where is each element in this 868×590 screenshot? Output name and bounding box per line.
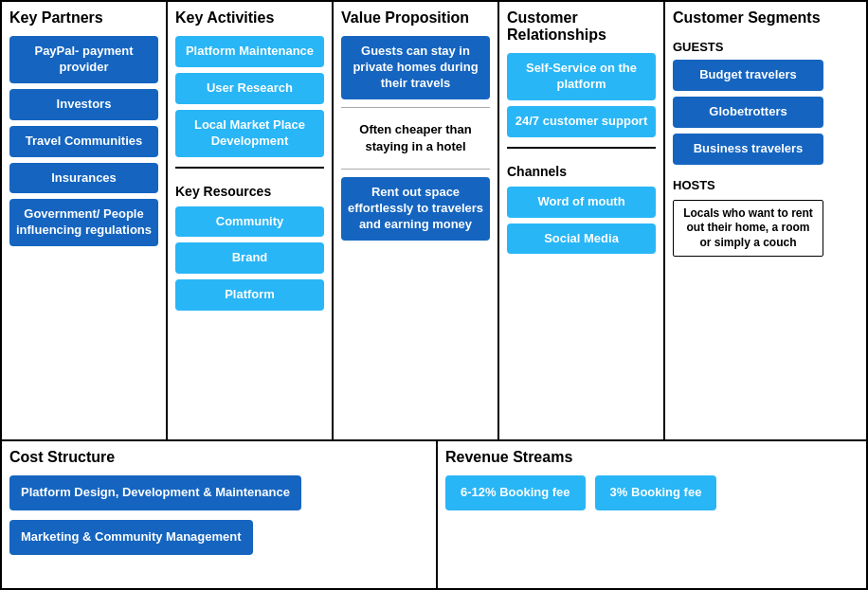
customer-relationships-header: Customer Relationships	[507, 9, 656, 44]
cost-item-0[interactable]: Platform Design, Development & Maintenan…	[9, 475, 301, 510]
key-activities-header: Key Activities	[175, 9, 324, 27]
key-activities-item-1[interactable]: User Research	[175, 73, 324, 104]
key-partners-item-0[interactable]: PayPal- payment provider	[9, 36, 158, 83]
key-partners-item-4[interactable]: Government/ People influencing regulatio…	[9, 199, 158, 246]
cost-structure-section: Cost Structure Platform Design, Developm…	[2, 441, 438, 588]
key-partners-header: Key Partners	[9, 9, 158, 27]
cost-structure-buttons: Platform Design, Development & Maintenan…	[9, 475, 428, 555]
vp-item-2[interactable]: Rent out space effortlessly to travelers…	[341, 177, 490, 241]
revenue-item-1[interactable]: 3% Booking fee	[595, 475, 717, 510]
vp-item-1: Often cheaper than staying in a hotel	[341, 116, 490, 161]
revenue-streams-section: Revenue Streams 6-12% Booking fee 3% Boo…	[438, 441, 866, 588]
value-proposition-header: Value Proposition	[341, 9, 490, 27]
key-resources-header: Key Resources	[175, 184, 324, 199]
key-activities-column: Key Activities Platform Maintenance User…	[168, 2, 334, 439]
guests-label: GUESTS	[673, 40, 823, 54]
cost-item-1[interactable]: Marketing & Community Management	[9, 520, 253, 555]
customer-segments-header: Customer Segments	[673, 9, 823, 27]
vp-divider-1	[341, 169, 490, 170]
canvas: Key Partners PayPal- payment provider In…	[0, 0, 868, 590]
key-resources-item-2[interactable]: Platform	[175, 279, 324, 311]
customer-relationships-column: Customer Relationships Self-Service on t…	[499, 2, 665, 439]
key-activities-item-0[interactable]: Platform Maintenance	[175, 36, 324, 67]
channels-item-0[interactable]: Word of mouth	[507, 187, 656, 218]
key-partners-item-3[interactable]: Insurances	[9, 163, 158, 194]
cost-structure-header: Cost Structure	[9, 449, 428, 466]
key-resources-item-1[interactable]: Brand	[175, 242, 324, 274]
top-section: Key Partners PayPal- payment provider In…	[2, 2, 866, 441]
key-partners-item-1[interactable]: Investors	[9, 89, 158, 120]
hosts-label: HOSTS	[673, 178, 823, 192]
key-activities-item-2[interactable]: Local Market Place Development	[175, 110, 324, 157]
revenue-item-0[interactable]: 6-12% Booking fee	[445, 475, 586, 510]
cr-item-1[interactable]: 24/7 customer support	[507, 106, 656, 137]
cr-divider	[507, 147, 656, 149]
revenue-streams-header: Revenue Streams	[445, 449, 859, 466]
key-resources-item-0[interactable]: Community	[175, 206, 324, 238]
cr-item-0[interactable]: Self-Service on the platform	[507, 53, 656, 100]
key-activities-divider	[175, 167, 324, 169]
value-proposition-column: Value Proposition Guests can stay in pri…	[334, 2, 499, 439]
bottom-section: Cost Structure Platform Design, Developm…	[2, 441, 866, 588]
guest-item-0[interactable]: Budget travelers	[673, 60, 823, 91]
vp-divider-0	[341, 107, 490, 108]
channels-item-1[interactable]: Social Media	[507, 223, 656, 255]
hosts-text: Locals who want to rent out their home, …	[673, 200, 823, 258]
vp-item-0[interactable]: Guests can stay in private homes during …	[341, 36, 490, 99]
guest-item-1[interactable]: Globetrotters	[673, 97, 823, 128]
channels-header: Channels	[507, 164, 656, 179]
guest-item-2[interactable]: Business travelers	[673, 134, 823, 165]
revenue-stream-buttons: 6-12% Booking fee 3% Booking fee	[445, 475, 859, 510]
key-partners-column: Key Partners PayPal- payment provider In…	[2, 2, 168, 439]
customer-segments-column: Customer Segments GUESTS Budget traveler…	[665, 2, 831, 439]
key-partners-item-2[interactable]: Travel Communities	[9, 126, 158, 157]
